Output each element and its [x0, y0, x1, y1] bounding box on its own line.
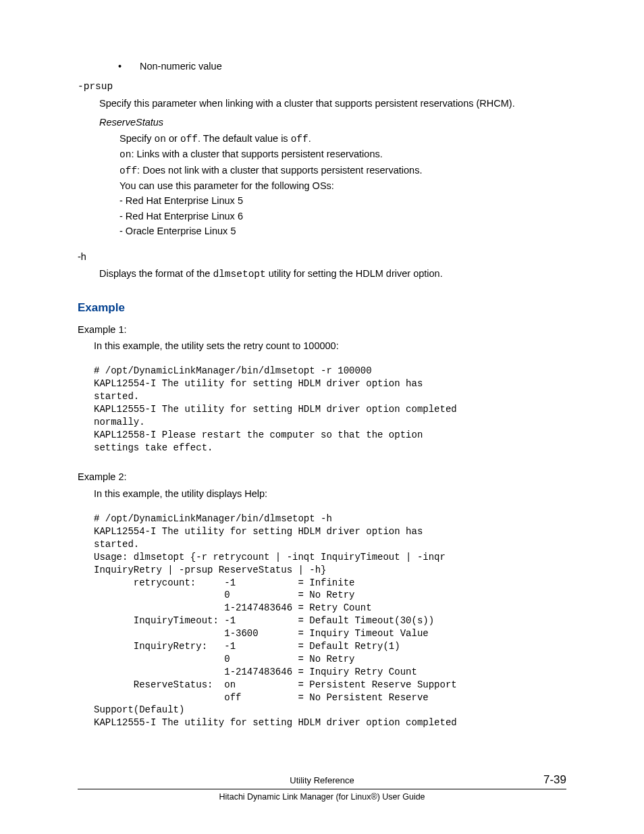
- reserve-status-heading: ReserveStatus: [78, 115, 566, 129]
- param-h-name: -h: [78, 250, 566, 263]
- os-item-3: - Oracle Enterprise Linux 5: [78, 224, 566, 238]
- bullet-text: Non-numeric value: [140, 59, 222, 73]
- os-intro: You can use this parameter for the follo…: [78, 179, 566, 192]
- example-2-code: # /opt/DynamicLinkManager/bin/dlmsetopt …: [78, 513, 566, 729]
- footer-subtitle: Hitachi Dynamic Link Manager (for Linux®…: [78, 791, 566, 804]
- example-1-code: # /opt/DynamicLinkManager/bin/dlmsetopt …: [78, 365, 566, 454]
- footer-title: Utility Reference: [78, 775, 566, 787]
- example-2-desc: In this example, the utility displays He…: [78, 487, 566, 500]
- example-1-label: Example 1:: [78, 323, 566, 336]
- param-prsup-name: -prsup: [78, 80, 566, 93]
- example-heading: Example: [78, 300, 566, 316]
- footer-page-number: 7-39: [543, 772, 566, 788]
- os-item-2: - Red Hat Enterprise Linux 6: [78, 209, 566, 223]
- reserve-status-off: off: Does not link with a cluster that s…: [78, 163, 566, 178]
- example-1-desc: In this example, the utility sets the re…: [78, 339, 566, 353]
- os-item-1: - Red Hat Enterprise Linux 5: [78, 194, 566, 207]
- bullet-icon: •: [118, 59, 140, 73]
- param-prsup-desc: Specify this parameter when linking with…: [78, 97, 566, 110]
- page-footer: Utility Reference 7-39 Hitachi Dynamic L…: [78, 775, 566, 803]
- param-h-desc: Displays the format of the dlmsetopt uti…: [78, 267, 566, 281]
- page-content: • Non-numeric value -prsup Specify this …: [78, 59, 566, 729]
- example-2-label: Example 2:: [78, 470, 566, 484]
- bullet-item: • Non-numeric value: [78, 59, 566, 73]
- reserve-status-specify: Specify on or off. The default value is …: [78, 132, 566, 146]
- reserve-status-on: on: Links with a cluster that supports p…: [78, 147, 566, 161]
